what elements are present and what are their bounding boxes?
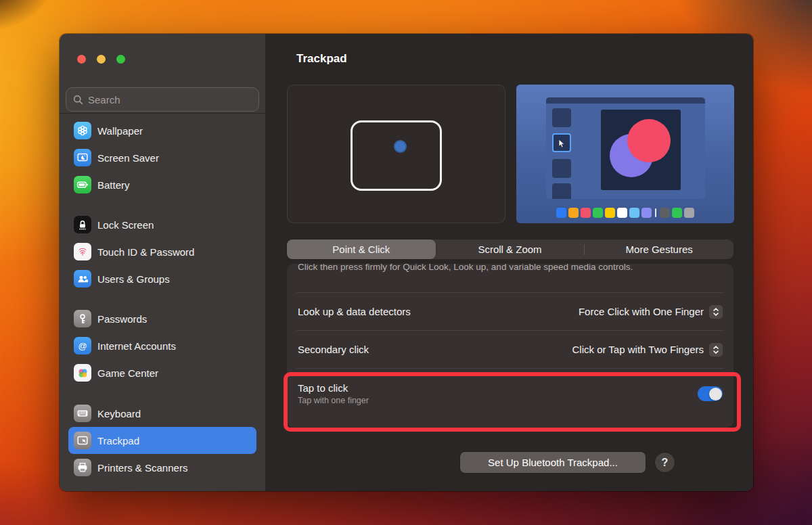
preview-canvas <box>601 110 681 190</box>
sidebar-item-label: Wallpaper <box>97 125 143 137</box>
main-pane: Trackpad <box>266 34 753 491</box>
close-window-button[interactable] <box>77 55 86 64</box>
minimize-window-button[interactable] <box>97 55 106 64</box>
preview-red-circle <box>627 119 671 162</box>
dock-swatch <box>581 208 591 218</box>
dock-swatch <box>641 208 652 218</box>
search-input[interactable]: Search <box>66 87 259 112</box>
dock-swatch <box>629 208 639 218</box>
cursor-icon <box>558 139 566 148</box>
page-title: Trackpad <box>296 52 347 66</box>
dock-divider <box>655 208 656 217</box>
tap-to-click-toggle[interactable] <box>698 386 723 401</box>
preview-color-dock <box>516 208 734 218</box>
sidebar-item-touch-id[interactable]: Touch ID & Password <box>68 238 256 265</box>
chevron-up-down-icon <box>713 345 719 355</box>
svg-text:@: @ <box>78 341 87 351</box>
preview-mock-window <box>546 97 705 199</box>
game-center-icon <box>74 364 91 382</box>
sidebar-item-trackpad[interactable]: Trackpad <box>68 427 256 454</box>
search-icon <box>73 95 83 105</box>
sidebar-item-battery[interactable]: Battery <box>68 171 256 198</box>
sidebar-item-passwords[interactable]: Passwords <box>68 305 256 332</box>
sidebar-item-label: Keyboard <box>97 408 141 419</box>
tab-scroll-and-zoom[interactable]: Scroll & Zoom <box>436 239 585 259</box>
tab-label: More Gestures <box>626 244 693 255</box>
zoom-window-button[interactable] <box>116 55 125 64</box>
toggle-knob <box>709 388 722 401</box>
preview-sidebar-thumb <box>552 159 571 178</box>
preview-sidebar-thumb <box>552 108 571 127</box>
search-placeholder: Search <box>88 94 120 106</box>
trackpad-touch-dot <box>394 140 407 153</box>
preview-sidebar-thumb-selected <box>552 133 571 152</box>
tab-more-gestures[interactable]: More Gestures <box>585 239 734 259</box>
sidebar-item-label: Users & Groups <box>97 273 170 285</box>
trackpad-icon <box>74 432 91 449</box>
dock-swatch <box>672 208 682 218</box>
printer-icon <box>74 459 91 476</box>
sidebar: Search Wallpaper <box>60 34 266 491</box>
settings-group: Click then press firmly for Quick Look, … <box>287 264 734 428</box>
dropdown-value: Force Click with One Finger <box>579 306 704 317</box>
chevron-up-down-icon <box>713 307 719 317</box>
preview-mock-titlebar <box>546 97 705 104</box>
sidebar-item-label: Passwords <box>97 313 147 325</box>
sidebar-item-users-groups[interactable]: Users & Groups <box>68 265 256 292</box>
users-icon <box>74 270 91 288</box>
help-button[interactable]: ? <box>655 453 675 472</box>
dropdown-value: Click or Tap with Two Fingers <box>572 344 704 355</box>
sidebar-item-label: Screen Saver <box>97 152 159 164</box>
sidebar-item-label: Printers & Scanners <box>97 462 187 474</box>
setting-label: Secondary click <box>298 344 369 355</box>
wallpaper-icon <box>74 122 91 139</box>
dropdown-stepper-button[interactable] <box>709 343 723 357</box>
gesture-preview-video <box>516 85 734 223</box>
sidebar-item-label: Touch ID & Password <box>97 246 194 258</box>
battery-icon <box>74 176 91 193</box>
sidebar-item-label: Trackpad <box>97 435 139 447</box>
tab-label: Scroll & Zoom <box>478 244 541 255</box>
preview-sidebar-thumb <box>552 183 571 199</box>
setting-row-look-up: Look up & data detectors Force Click wit… <box>287 293 734 330</box>
tab-label: Point & Click <box>332 244 390 255</box>
force-click-description: Click then press firmly for Quick Look, … <box>287 264 734 292</box>
dock-swatch <box>593 208 603 218</box>
setting-row-secondary-click: Secondary click Click or Tap with Two Fi… <box>287 331 734 368</box>
sidebar-item-screen-saver[interactable]: Screen Saver <box>68 144 256 171</box>
sidebar-item-printers-scanners[interactable]: Printers & Scanners <box>68 454 256 481</box>
at-sign-icon: @ <box>74 337 91 355</box>
set-up-bluetooth-trackpad-button[interactable]: Set Up Bluetooth Trackpad... <box>460 452 646 473</box>
setting-row-tap-to-click: Tap to click Tap with one finger <box>287 369 734 419</box>
dock-swatch <box>568 208 579 218</box>
setting-label: Look up & data detectors <box>298 306 411 317</box>
sidebar-item-lock-screen[interactable]: Lock Screen <box>68 211 256 238</box>
window-controls <box>77 55 125 64</box>
trackpad-demo-card <box>287 85 505 223</box>
sidebar-item-label: Internet Accounts <box>97 340 176 352</box>
sidebar-item-wallpaper[interactable]: Wallpaper <box>68 117 256 144</box>
screen-saver-icon <box>74 149 91 166</box>
sidebar-item-label: Battery <box>97 179 130 191</box>
sidebar-item-game-center[interactable]: Game Center <box>68 359 256 386</box>
lock-icon <box>74 216 91 233</box>
dropdown-stepper-button[interactable] <box>709 305 723 319</box>
key-icon <box>74 310 91 327</box>
setting-label: Tap to click <box>298 382 369 394</box>
fingerprint-icon <box>74 243 91 260</box>
sidebar-item-internet-accounts[interactable]: @ Internet Accounts <box>68 332 256 359</box>
keyboard-icon <box>74 405 91 422</box>
sidebar-item-label: Game Center <box>97 367 158 379</box>
dock-swatch <box>556 208 566 218</box>
trackpad-outline-illustration <box>351 120 442 191</box>
sidebar-item-keyboard[interactable]: Keyboard <box>68 400 256 427</box>
gesture-tabs: Point & Click Scroll & Zoom More Gesture… <box>287 239 734 259</box>
sidebar-item-label: Lock Screen <box>97 219 154 231</box>
dock-swatch <box>684 208 694 218</box>
dock-swatch <box>660 208 670 218</box>
system-settings-window: Search Wallpaper <box>60 34 753 491</box>
tab-point-and-click[interactable]: Point & Click <box>287 239 436 259</box>
dock-swatch <box>617 208 627 218</box>
sidebar-list: Wallpaper Screen Saver <box>68 114 256 491</box>
dock-swatch <box>605 208 615 218</box>
